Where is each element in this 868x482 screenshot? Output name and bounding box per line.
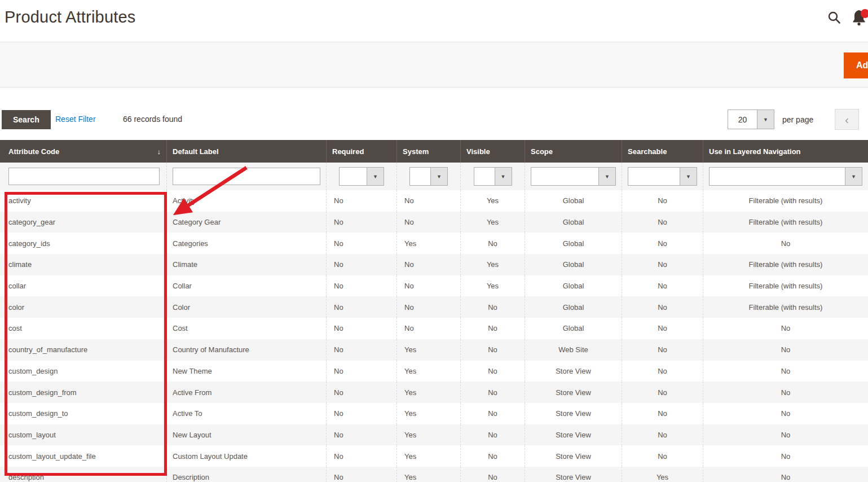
- cell-system: No: [396, 296, 460, 318]
- cell-scope: Global: [525, 296, 622, 318]
- cell-system: No: [396, 275, 460, 297]
- cell-searchable: No: [622, 254, 703, 275]
- column-header-layered-navigation[interactable]: Use in Layered Navigation: [703, 140, 868, 163]
- table-row[interactable]: description Description No Yes No Store …: [0, 467, 868, 482]
- cell-layered-navigation: No: [703, 233, 868, 254]
- column-label: Attribute Code: [8, 147, 59, 156]
- per-page-select[interactable]: 20 ▼: [728, 109, 774, 129]
- table-row[interactable]: cost Cost No No No Global No No: [0, 318, 868, 339]
- dropdown-caret-icon: ▼: [845, 168, 862, 185]
- column-header-searchable[interactable]: Searchable: [622, 140, 703, 163]
- filter-system-select[interactable]: ▼: [409, 167, 448, 186]
- table-row[interactable]: collar Collar No No Yes Global No Filter…: [0, 275, 868, 297]
- sort-desc-icon: ↓: [157, 147, 161, 156]
- cell-visible: No: [460, 467, 525, 482]
- cell-attribute-code: cost: [0, 318, 166, 339]
- cell-visible: No: [460, 403, 525, 424]
- filter-searchable-select[interactable]: ▼: [628, 167, 697, 186]
- table-row[interactable]: color Color No No No Global No Filterabl…: [0, 296, 868, 318]
- per-page-label: per page: [782, 115, 813, 124]
- cell-attribute-code: climate: [0, 254, 166, 275]
- cell-visible: No: [460, 382, 525, 403]
- search-icon[interactable]: [827, 10, 841, 27]
- cell-layered-navigation: No: [703, 445, 868, 467]
- grid-header-row: Attribute Code ↓ Default Label Required …: [0, 140, 868, 163]
- notification-bell-icon[interactable]: [852, 8, 868, 29]
- filter-default-label-input[interactable]: [173, 168, 320, 185]
- cell-scope: Global: [525, 190, 622, 212]
- reset-filter-link[interactable]: Reset Filter: [55, 115, 96, 124]
- cell-required: No: [326, 190, 396, 212]
- table-row[interactable]: custom_design_to Active To No Yes No Sto…: [0, 403, 868, 424]
- cell-visible: No: [460, 339, 525, 361]
- table-row[interactable]: custom_layout_update_file Custom Layout …: [0, 445, 868, 467]
- cell-visible: No: [460, 445, 525, 467]
- per-page-value: 20: [728, 110, 757, 129]
- previous-page-button[interactable]: ‹: [835, 109, 859, 130]
- cell-attribute-code: category_ids: [0, 233, 166, 254]
- attributes-grid: Attribute Code ↓ Default Label Required …: [0, 140, 868, 482]
- cell-layered-navigation: No: [703, 339, 868, 361]
- cell-attribute-code: custom_design: [0, 361, 166, 382]
- chevron-left-icon: ‹: [845, 113, 849, 126]
- filter-required-select[interactable]: ▼: [339, 167, 384, 186]
- cell-required: No: [326, 233, 396, 254]
- cell-default-label: Active To: [166, 403, 326, 424]
- cell-layered-navigation: Filterable (with results): [703, 212, 868, 233]
- cell-system: Yes: [396, 445, 460, 467]
- cell-default-label: Climate: [166, 254, 326, 275]
- cell-default-label: Activity: [166, 190, 326, 212]
- cell-visible: No: [460, 233, 525, 254]
- cell-required: No: [326, 212, 396, 233]
- records-count: 66 records found: [123, 115, 182, 124]
- cell-default-label: Active From: [166, 382, 326, 403]
- table-row[interactable]: category_gear Category Gear No No Yes Gl…: [0, 212, 868, 233]
- table-row[interactable]: activity Activity No No Yes Global No Fi…: [0, 190, 868, 212]
- column-header-scope[interactable]: Scope: [525, 140, 622, 163]
- table-row[interactable]: country_of_manufacture Country of Manufa…: [0, 339, 868, 361]
- cell-attribute-code: custom_layout_update_file: [0, 445, 166, 467]
- cell-default-label: Color: [166, 296, 326, 318]
- cell-layered-navigation: No: [703, 318, 868, 339]
- filter-visible-select[interactable]: ▼: [474, 167, 512, 186]
- cell-attribute-code: custom_layout: [0, 424, 166, 446]
- table-row[interactable]: custom_design New Theme No Yes No Store …: [0, 361, 868, 382]
- filter-layered-navigation-select[interactable]: ▼: [709, 167, 862, 186]
- add-attribute-button[interactable]: Add: [844, 52, 868, 78]
- action-bar: Add: [0, 42, 868, 87]
- cell-system: No: [396, 318, 460, 339]
- column-header-required[interactable]: Required: [326, 140, 396, 163]
- cell-layered-navigation: No: [703, 424, 868, 446]
- column-header-visible[interactable]: Visible: [460, 140, 525, 163]
- cell-searchable: No: [622, 424, 703, 446]
- cell-visible: Yes: [460, 254, 525, 275]
- cell-attribute-code: activity: [0, 190, 166, 212]
- filter-attribute-code-input[interactable]: [8, 168, 160, 185]
- cell-scope: Global: [525, 318, 622, 339]
- cell-layered-navigation: Filterable (with results): [703, 190, 868, 212]
- dropdown-caret-icon: ▼: [495, 168, 512, 185]
- dropdown-caret-icon: ▼: [430, 168, 447, 185]
- table-row[interactable]: category_ids Categories No Yes No Global…: [0, 233, 868, 254]
- cell-required: No: [326, 382, 396, 403]
- dropdown-caret-icon: ▼: [680, 168, 697, 185]
- search-button[interactable]: Search: [2, 110, 51, 129]
- cell-system: No: [396, 190, 460, 212]
- table-row[interactable]: climate Climate No No Yes Global No Filt…: [0, 254, 868, 275]
- cell-visible: No: [460, 318, 525, 339]
- column-header-default-label[interactable]: Default Label: [166, 140, 326, 163]
- column-header-attribute-code[interactable]: Attribute Code ↓: [0, 140, 166, 163]
- cell-attribute-code: collar: [0, 275, 166, 297]
- cell-attribute-code: country_of_manufacture: [0, 339, 166, 361]
- filter-scope-select[interactable]: ▼: [531, 167, 616, 186]
- cell-searchable: No: [622, 212, 703, 233]
- table-row[interactable]: custom_design_from Active From No Yes No…: [0, 382, 868, 403]
- cell-layered-navigation: No: [703, 467, 868, 482]
- cell-default-label: Collar: [166, 275, 326, 297]
- cell-default-label: Categories: [166, 233, 326, 254]
- cell-layered-navigation: No: [703, 403, 868, 424]
- table-row[interactable]: custom_layout New Layout No Yes No Store…: [0, 424, 868, 446]
- column-header-system[interactable]: System: [396, 140, 460, 163]
- cell-scope: Global: [525, 275, 622, 297]
- cell-scope: Store View: [525, 445, 622, 467]
